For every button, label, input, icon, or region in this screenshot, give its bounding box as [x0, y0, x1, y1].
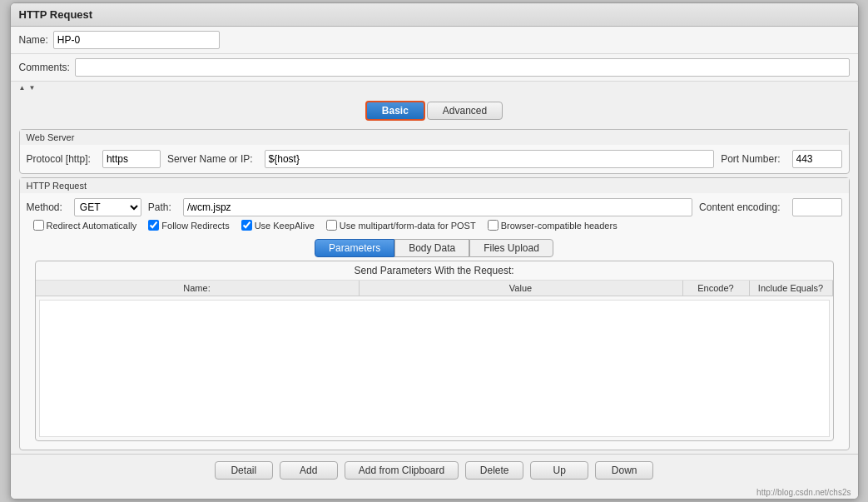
- col-value: Value: [360, 281, 683, 296]
- parameters-tab[interactable]: Parameters: [315, 239, 394, 257]
- protocol-label: Protocol [http]:: [27, 153, 91, 165]
- multipart-checkbox[interactable]: [326, 220, 337, 231]
- keepalive-label: Use KeepAlive: [255, 221, 315, 231]
- bottom-toolbar: Detail Add Add from Clipboard Delete Up …: [11, 454, 858, 486]
- multipart-checkbox-item[interactable]: Use multipart/form-data for POST: [326, 220, 476, 231]
- comments-label: Comments:: [19, 62, 70, 73]
- up-button[interactable]: Up: [530, 461, 588, 480]
- advanced-tab[interactable]: Advanced: [427, 102, 503, 120]
- col-equals: Include Equals?: [750, 281, 833, 296]
- path-input[interactable]: [183, 198, 692, 216]
- col-encode: Encode?: [683, 281, 750, 296]
- down-button[interactable]: Down: [595, 461, 653, 480]
- params-title: Send Parameters With the Request:: [36, 261, 833, 281]
- body-data-tab[interactable]: Body Data: [394, 239, 469, 257]
- protocol-input[interactable]: [102, 150, 161, 168]
- http-request-content: Method: GET POST PUT DELETE HEAD OPTIONS…: [20, 193, 849, 450]
- name-label: Name:: [19, 34, 48, 46]
- http-request-section: HTTP Request Method: GET POST PUT DELETE…: [19, 177, 850, 450]
- method-label: Method:: [27, 201, 62, 213]
- name-row: Name:: [11, 27, 858, 54]
- browser-headers-checkbox[interactable]: [488, 220, 498, 231]
- triangle-icon: ▲: [19, 84, 26, 92]
- name-input[interactable]: [53, 31, 220, 49]
- delete-button[interactable]: Delete: [465, 461, 523, 480]
- server-name-input[interactable]: [265, 150, 715, 168]
- files-upload-tab[interactable]: Files Upload: [469, 239, 553, 257]
- redirect-label: Redirect Automatically: [47, 221, 137, 231]
- keepalive-checkbox-item[interactable]: Use KeepAlive: [241, 220, 315, 231]
- toggle-row: ▲ ▼: [11, 82, 858, 94]
- triangle-down-icon: ▼: [28, 84, 35, 92]
- checkbox-group: Redirect Automatically Follow Redirects …: [27, 216, 842, 234]
- sub-tabs: Parameters Body Data Files Upload: [27, 234, 842, 261]
- params-table-body: [39, 300, 830, 437]
- encoding-label: Content encoding:: [699, 201, 780, 213]
- title-bar: HTTP Request: [11, 3, 858, 27]
- add-button[interactable]: Add: [280, 461, 338, 480]
- multipart-label: Use multipart/form-data for POST: [340, 221, 476, 231]
- web-server-section: Web Server Protocol [http]: Server Name …: [19, 129, 850, 174]
- path-label: Path:: [148, 201, 171, 213]
- col-name: Name:: [36, 281, 360, 296]
- http-request-title: HTTP Request: [20, 178, 849, 193]
- params-table-header: Name: Value Encode? Include Equals?: [36, 281, 833, 296]
- encoding-input[interactable]: [792, 198, 842, 216]
- redirect-checkbox[interactable]: [33, 220, 44, 231]
- add-clipboard-button[interactable]: Add from Clipboard: [345, 461, 459, 480]
- port-input[interactable]: [792, 150, 842, 168]
- params-section: Send Parameters With the Request: Name: …: [35, 261, 834, 441]
- follow-label: Follow Redirects: [161, 221, 229, 231]
- follow-checkbox[interactable]: [148, 220, 159, 231]
- detail-button[interactable]: Detail: [215, 461, 273, 480]
- method-path-row: Method: GET POST PUT DELETE HEAD OPTIONS…: [27, 198, 842, 216]
- browser-headers-checkbox-item[interactable]: Browser-compatible headers: [488, 220, 618, 231]
- watermark-text: http://blog.csdn.net/chs2s: [756, 488, 851, 497]
- window-title: HTTP Request: [19, 8, 93, 21]
- redirect-checkbox-item[interactable]: Redirect Automatically: [33, 220, 137, 231]
- browser-headers-label: Browser-compatible headers: [501, 221, 618, 231]
- follow-checkbox-item[interactable]: Follow Redirects: [148, 220, 229, 231]
- comments-input[interactable]: [75, 58, 850, 77]
- comments-row: Comments:: [11, 54, 858, 82]
- keepalive-checkbox[interactable]: [241, 220, 252, 231]
- main-tabs: Basic Advanced: [11, 94, 858, 126]
- watermark: http://blog.csdn.net/chs2s: [11, 486, 858, 499]
- basic-tab[interactable]: Basic: [365, 101, 425, 121]
- server-row: Protocol [http]: Server Name or IP: Port…: [20, 145, 849, 173]
- web-server-title: Web Server: [20, 130, 849, 145]
- main-window: HTTP Request Name: Comments: ▲ ▼ Basic A…: [10, 2, 859, 500]
- port-label: Port Number:: [721, 153, 780, 165]
- method-select[interactable]: GET POST PUT DELETE HEAD OPTIONS PATCH: [74, 198, 141, 216]
- server-name-label: Server Name or IP:: [167, 153, 253, 165]
